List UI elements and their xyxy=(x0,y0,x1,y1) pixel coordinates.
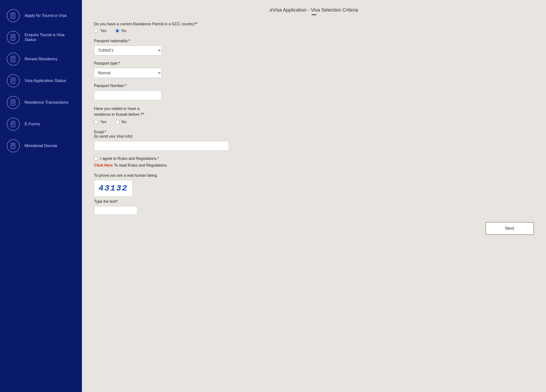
sidebar-label-apply-tourist-evisa: Apply for Tourist e-Visa xyxy=(25,13,67,18)
passport-number-section: Passport Number:* xyxy=(94,84,534,100)
sidebar-item-residence-transactions[interactable]: Residence Transactions xyxy=(0,92,82,113)
gcc-no-label: No xyxy=(121,29,126,33)
captcha-image: 43132 xyxy=(94,180,133,196)
sidebar-icon-visa-application-status xyxy=(7,74,20,87)
email-input[interactable] xyxy=(94,141,229,151)
gcc-yes-option[interactable]: Yes xyxy=(94,29,107,33)
kuwait-yes-option[interactable]: Yes xyxy=(94,120,107,124)
sidebar-label-visa-application-status: Visa Application Status xyxy=(25,78,66,83)
passport-type-label: Passport type:* xyxy=(94,61,534,66)
click-here-link[interactable]: Click Here xyxy=(94,163,113,167)
sidebar-item-apply-tourist-evisa[interactable]: Apply for Tourist e-Visa xyxy=(0,5,82,27)
kuwait-section: Have you visited or have a residence in … xyxy=(94,106,534,124)
sidebar-icon-enquire-tourist-status xyxy=(7,31,20,44)
sidebar-icon-residence-transactions xyxy=(7,96,20,109)
next-btn-container: Next xyxy=(94,222,534,235)
svg-rect-12 xyxy=(11,78,15,83)
gcc-yes-label: Yes xyxy=(100,29,107,33)
kuwait-yes-label: Yes xyxy=(100,120,107,124)
passport-type-select[interactable]: NormalOfficialDiplomaticSpecial xyxy=(94,68,161,78)
captcha-section: To prove you are a real human being. 431… xyxy=(94,173,534,215)
agree-checkbox-area: I agree to Rules and Regulations.* xyxy=(94,156,534,161)
sidebar-icon-apply-tourist-evisa xyxy=(7,9,20,22)
sidebar-icon-renew-residency xyxy=(7,53,20,66)
main-content: eVisa Application - Visa Selection Crite… xyxy=(82,0,546,392)
page-title-underline xyxy=(312,14,316,15)
kuwait-no-label: No xyxy=(121,120,126,124)
rules-text: To read Rules and Regulations. xyxy=(114,163,167,167)
passport-nationality-label: Passport nationality:* xyxy=(94,39,534,43)
sidebar-label-enquire-tourist-status: Enquire Tourist e-Visa Status xyxy=(25,33,75,42)
svg-rect-0 xyxy=(11,13,15,18)
sidebar-item-renew-residency[interactable]: Renew Residency xyxy=(0,48,82,70)
gcc-yes-radio[interactable] xyxy=(94,29,98,33)
gcc-no-radio[interactable] xyxy=(115,29,120,33)
passport-number-label: Passport Number:* xyxy=(94,84,534,88)
email-label: Email:* (to send you Visa Info) xyxy=(94,130,534,139)
sidebar-label-ministerial-decree: Ministerial Decree xyxy=(25,143,57,148)
sidebar-item-ministerial-decree[interactable]: Ministerial Decree xyxy=(0,135,82,157)
sidebar-label-residence-transactions: Residence Transactions xyxy=(25,100,68,105)
kuwait-question-line2: residence in Kuwait before ?* xyxy=(94,112,144,116)
svg-rect-20 xyxy=(11,121,15,127)
passport-nationality-select[interactable]: TURKEYUSAUKINDIAPAKISTAN xyxy=(94,46,161,55)
svg-rect-8 xyxy=(11,56,15,62)
captcha-label: Type the text*: xyxy=(94,199,534,204)
kuwait-no-option[interactable]: No xyxy=(115,120,126,124)
real-human-text: To prove you are a real human being. xyxy=(94,173,534,178)
page-title: eVisa Application - Visa Selection Crite… xyxy=(94,7,534,13)
svg-rect-4 xyxy=(11,34,15,40)
gcc-question-label: Do you have a current Residence Permit i… xyxy=(94,22,534,26)
agree-checkbox[interactable] xyxy=(94,157,98,161)
gcc-radio-group: Yes No xyxy=(94,29,534,33)
svg-rect-16 xyxy=(11,100,15,105)
kuwait-radio-group: Yes No xyxy=(94,120,534,124)
sidebar-item-visa-application-status[interactable]: Visa Application Status xyxy=(0,70,82,92)
agree-label: I agree to Rules and Regulations.* xyxy=(100,156,159,161)
sidebar-icon-ministerial-decree xyxy=(7,139,20,152)
kuwait-question: Have you visited or have a residence in … xyxy=(94,106,534,117)
email-sublabel: (to send you Visa Info) xyxy=(94,134,133,138)
kuwait-yes-radio[interactable] xyxy=(94,120,98,124)
gcc-no-option[interactable]: No xyxy=(115,29,126,33)
captcha-value: 43132 xyxy=(99,184,128,193)
sidebar: Apply for Tourist e-Visa Enquire Tourist… xyxy=(0,0,82,392)
svg-rect-24 xyxy=(11,143,15,149)
sidebar-label-e-forms: E-Forms xyxy=(25,122,40,127)
next-button[interactable]: Next xyxy=(486,222,534,235)
sidebar-item-enquire-tourist-status[interactable]: Enquire Tourist e-Visa Status xyxy=(0,27,82,48)
passport-nationality-section: Passport nationality:* TURKEYUSAUKINDIAP… xyxy=(94,39,534,55)
sidebar-icon-e-forms xyxy=(7,118,20,131)
rules-section: I agree to Rules and Regulations.* Click… xyxy=(94,156,534,168)
kuwait-no-radio[interactable] xyxy=(115,120,120,124)
email-section: Email:* (to send you Visa Info) xyxy=(94,130,534,151)
passport-type-section: Passport type:* NormalOfficialDiplomatic… xyxy=(94,61,534,78)
captcha-input[interactable] xyxy=(94,206,137,215)
gcc-section: Do you have a current Residence Permit i… xyxy=(94,22,534,33)
sidebar-item-e-forms[interactable]: E-Forms xyxy=(0,113,82,135)
sidebar-label-renew-residency: Renew Residency xyxy=(25,57,58,61)
passport-number-input[interactable] xyxy=(94,90,161,100)
rules-line: Click Here To read Rules and Regulations… xyxy=(94,163,534,168)
page-header: eVisa Application - Visa Selection Crite… xyxy=(94,7,534,15)
kuwait-question-line1: Have you visited or have a xyxy=(94,107,140,111)
